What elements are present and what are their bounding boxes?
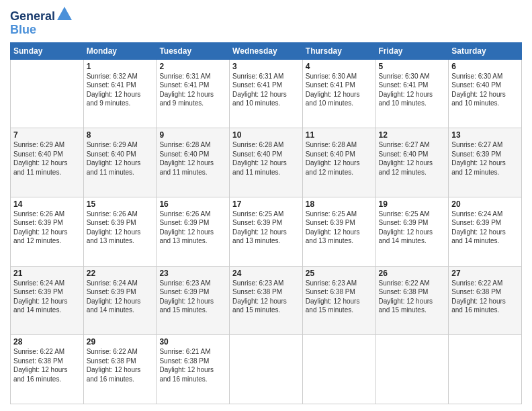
calendar-cell: 13Sunrise: 6:27 AMSunset: 6:39 PMDayligh… bbox=[449, 128, 522, 197]
calendar-week-row: 7Sunrise: 6:29 AMSunset: 6:40 PMDaylight… bbox=[11, 128, 522, 197]
day-info: Sunrise: 6:26 AMSunset: 6:39 PMDaylight:… bbox=[87, 210, 154, 246]
calendar-week-row: 28Sunrise: 6:22 AMSunset: 6:38 PMDayligh… bbox=[11, 335, 522, 404]
calendar-week-row: 21Sunrise: 6:24 AMSunset: 6:39 PMDayligh… bbox=[11, 266, 522, 335]
calendar-cell: 25Sunrise: 6:23 AMSunset: 6:38 PMDayligh… bbox=[302, 266, 375, 335]
calendar-cell: 14Sunrise: 6:26 AMSunset: 6:39 PMDayligh… bbox=[11, 197, 84, 266]
day-number: 9 bbox=[159, 130, 226, 140]
logo-word: General bbox=[10, 7, 72, 24]
logo-text: General Blue bbox=[10, 7, 72, 37]
calendar-cell: 6Sunrise: 6:30 AMSunset: 6:40 PMDaylight… bbox=[449, 59, 522, 128]
day-number: 22 bbox=[87, 269, 154, 278]
day-info: Sunrise: 6:25 AMSunset: 6:39 PMDaylight:… bbox=[379, 210, 446, 246]
day-number: 5 bbox=[379, 62, 446, 71]
svg-marker-0 bbox=[57, 7, 72, 20]
day-number: 17 bbox=[232, 199, 300, 209]
logo-blue-icon bbox=[57, 7, 72, 24]
day-info: Sunrise: 6:24 AMSunset: 6:39 PMDaylight:… bbox=[13, 279, 81, 315]
calendar-cell: 26Sunrise: 6:22 AMSunset: 6:38 PMDayligh… bbox=[375, 266, 449, 335]
day-info: Sunrise: 6:32 AMSunset: 6:41 PMDaylight:… bbox=[87, 72, 154, 108]
page: General Blue SundayMondayTuesdayWednesda… bbox=[0, 0, 532, 411]
day-info: Sunrise: 6:30 AMSunset: 6:41 PMDaylight:… bbox=[306, 72, 373, 108]
day-number: 26 bbox=[379, 269, 446, 278]
calendar-cell: 12Sunrise: 6:27 AMSunset: 6:40 PMDayligh… bbox=[375, 128, 449, 197]
day-info: Sunrise: 6:22 AMSunset: 6:38 PMDaylight:… bbox=[13, 347, 81, 383]
day-info: Sunrise: 6:23 AMSunset: 6:39 PMDaylight:… bbox=[159, 279, 226, 315]
calendar-header-row: SundayMondayTuesdayWednesdayThursdayFrid… bbox=[11, 42, 522, 59]
day-info: Sunrise: 6:22 AMSunset: 6:38 PMDaylight:… bbox=[87, 347, 154, 383]
day-number: 16 bbox=[159, 199, 226, 209]
calendar-cell: 29Sunrise: 6:22 AMSunset: 6:38 PMDayligh… bbox=[83, 335, 157, 404]
day-number: 18 bbox=[306, 199, 373, 209]
logo: General Blue bbox=[10, 7, 72, 37]
calendar-day-header: Friday bbox=[375, 42, 449, 59]
day-number: 29 bbox=[87, 337, 154, 347]
calendar-cell: 19Sunrise: 6:25 AMSunset: 6:39 PMDayligh… bbox=[375, 197, 449, 266]
day-info: Sunrise: 6:24 AMSunset: 6:39 PMDaylight:… bbox=[451, 210, 519, 246]
calendar-day-header: Wednesday bbox=[230, 42, 303, 59]
day-info: Sunrise: 6:21 AMSunset: 6:38 PMDaylight:… bbox=[159, 347, 226, 383]
day-number: 14 bbox=[13, 199, 81, 209]
calendar-cell: 9Sunrise: 6:28 AMSunset: 6:40 PMDaylight… bbox=[157, 128, 230, 197]
calendar-cell: 11Sunrise: 6:28 AMSunset: 6:40 PMDayligh… bbox=[302, 128, 375, 197]
calendar-cell bbox=[449, 335, 522, 404]
day-info: Sunrise: 6:22 AMSunset: 6:38 PMDaylight:… bbox=[379, 279, 446, 315]
day-info: Sunrise: 6:23 AMSunset: 6:38 PMDaylight:… bbox=[232, 279, 300, 315]
day-number: 30 bbox=[159, 337, 226, 347]
calendar-day-header: Tuesday bbox=[157, 42, 230, 59]
day-number: 6 bbox=[451, 62, 519, 71]
day-info: Sunrise: 6:28 AMSunset: 6:40 PMDaylight:… bbox=[232, 140, 300, 177]
day-number: 4 bbox=[306, 62, 373, 71]
day-info: Sunrise: 6:28 AMSunset: 6:40 PMDaylight:… bbox=[306, 140, 373, 177]
day-number: 19 bbox=[379, 199, 446, 209]
calendar-day-header: Sunday bbox=[11, 42, 84, 59]
calendar-cell: 18Sunrise: 6:25 AMSunset: 6:39 PMDayligh… bbox=[302, 197, 375, 266]
day-number: 2 bbox=[159, 62, 226, 71]
calendar-week-row: 14Sunrise: 6:26 AMSunset: 6:39 PMDayligh… bbox=[11, 197, 522, 266]
day-info: Sunrise: 6:23 AMSunset: 6:38 PMDaylight:… bbox=[306, 279, 373, 315]
day-number: 10 bbox=[232, 130, 300, 140]
day-number: 13 bbox=[451, 130, 519, 140]
calendar-cell: 2Sunrise: 6:31 AMSunset: 6:41 PMDaylight… bbox=[157, 59, 230, 128]
calendar-cell: 16Sunrise: 6:26 AMSunset: 6:39 PMDayligh… bbox=[157, 197, 230, 266]
calendar-table: SundayMondayTuesdayWednesdayThursdayFrid… bbox=[10, 42, 522, 404]
day-number: 7 bbox=[13, 130, 81, 140]
day-number: 8 bbox=[87, 130, 154, 140]
calendar-day-header: Saturday bbox=[449, 42, 522, 59]
day-info: Sunrise: 6:26 AMSunset: 6:39 PMDaylight:… bbox=[159, 210, 226, 246]
calendar-cell: 8Sunrise: 6:29 AMSunset: 6:40 PMDaylight… bbox=[83, 128, 157, 197]
calendar-cell bbox=[375, 335, 449, 404]
calendar-cell: 4Sunrise: 6:30 AMSunset: 6:41 PMDaylight… bbox=[302, 59, 375, 128]
day-info: Sunrise: 6:29 AMSunset: 6:40 PMDaylight:… bbox=[13, 140, 81, 177]
calendar-cell bbox=[302, 335, 375, 404]
day-number: 25 bbox=[306, 269, 373, 278]
day-info: Sunrise: 6:25 AMSunset: 6:39 PMDaylight:… bbox=[232, 210, 300, 246]
calendar-cell: 24Sunrise: 6:23 AMSunset: 6:38 PMDayligh… bbox=[230, 266, 303, 335]
day-info: Sunrise: 6:27 AMSunset: 6:39 PMDaylight:… bbox=[451, 140, 519, 177]
calendar-cell: 28Sunrise: 6:22 AMSunset: 6:38 PMDayligh… bbox=[11, 335, 84, 404]
calendar-cell: 27Sunrise: 6:22 AMSunset: 6:38 PMDayligh… bbox=[449, 266, 522, 335]
calendar-cell: 22Sunrise: 6:24 AMSunset: 6:39 PMDayligh… bbox=[83, 266, 157, 335]
calendar-cell: 30Sunrise: 6:21 AMSunset: 6:38 PMDayligh… bbox=[157, 335, 230, 404]
calendar-cell: 5Sunrise: 6:30 AMSunset: 6:41 PMDaylight… bbox=[375, 59, 449, 128]
day-number: 27 bbox=[451, 269, 519, 278]
day-number: 21 bbox=[13, 269, 81, 278]
day-info: Sunrise: 6:22 AMSunset: 6:38 PMDaylight:… bbox=[451, 279, 519, 315]
calendar-cell: 21Sunrise: 6:24 AMSunset: 6:39 PMDayligh… bbox=[11, 266, 84, 335]
day-number: 3 bbox=[232, 62, 300, 71]
day-number: 23 bbox=[159, 269, 226, 278]
calendar-week-row: 1Sunrise: 6:32 AMSunset: 6:41 PMDaylight… bbox=[11, 59, 522, 128]
calendar-cell: 17Sunrise: 6:25 AMSunset: 6:39 PMDayligh… bbox=[230, 197, 303, 266]
calendar-cell: 20Sunrise: 6:24 AMSunset: 6:39 PMDayligh… bbox=[449, 197, 522, 266]
day-info: Sunrise: 6:29 AMSunset: 6:40 PMDaylight:… bbox=[87, 140, 154, 177]
day-number: 28 bbox=[13, 337, 81, 347]
day-number: 15 bbox=[87, 199, 154, 209]
day-info: Sunrise: 6:28 AMSunset: 6:40 PMDaylight:… bbox=[159, 140, 226, 177]
day-number: 1 bbox=[87, 62, 154, 71]
calendar-cell: 15Sunrise: 6:26 AMSunset: 6:39 PMDayligh… bbox=[83, 197, 157, 266]
day-info: Sunrise: 6:27 AMSunset: 6:40 PMDaylight:… bbox=[379, 140, 446, 177]
day-number: 11 bbox=[306, 130, 373, 140]
day-info: Sunrise: 6:30 AMSunset: 6:41 PMDaylight:… bbox=[379, 72, 446, 108]
calendar-cell bbox=[11, 59, 84, 128]
day-info: Sunrise: 6:26 AMSunset: 6:39 PMDaylight:… bbox=[13, 210, 81, 246]
day-info: Sunrise: 6:25 AMSunset: 6:39 PMDaylight:… bbox=[306, 210, 373, 246]
